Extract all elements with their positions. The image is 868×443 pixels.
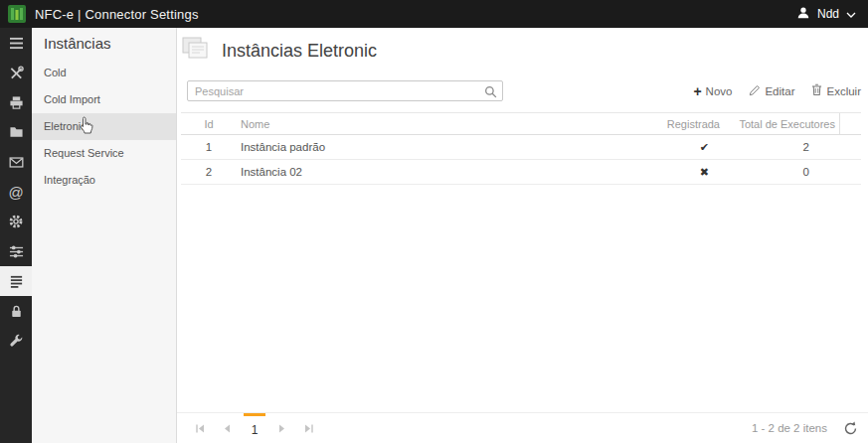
cell-total-executores: 2	[734, 141, 839, 153]
sliders-icon[interactable]	[0, 236, 32, 266]
user-name: Ndd	[817, 7, 839, 21]
prev-page-button[interactable]	[214, 413, 241, 443]
check-icon: ✔	[700, 141, 709, 154]
excluir-label: Excluir	[826, 85, 861, 97]
column-header-id[interactable]: Id	[181, 118, 237, 130]
column-header-spacer	[839, 113, 861, 134]
cell-spacer	[839, 160, 861, 184]
app-title: NFC-e | Connector Settings	[35, 7, 199, 22]
next-page-button[interactable]	[268, 413, 295, 443]
wrench-icon[interactable]	[0, 326, 32, 356]
user-menu[interactable]: Ndd	[796, 6, 856, 23]
editar-label: Editar	[765, 85, 794, 97]
page-number-1[interactable]: 1	[244, 413, 265, 443]
editar-button[interactable]: Editar	[749, 84, 794, 98]
menu-icon[interactable]	[0, 28, 32, 58]
app-logo-icon	[8, 5, 26, 23]
page-title: Instâncias Eletronic	[222, 41, 377, 62]
panel-title: Instâncias	[32, 28, 176, 60]
column-header-total-executores[interactable]: Total de Executores	[734, 118, 839, 130]
nav-item-cold[interactable]: Cold	[32, 60, 176, 86]
cell-total-executores: 0	[734, 166, 839, 178]
column-header-registrada[interactable]: Registrada	[634, 118, 734, 130]
folder-icon[interactable]	[0, 117, 32, 147]
main-content: Instâncias Eletronic + Novo	[177, 28, 868, 443]
printer-icon[interactable]	[0, 87, 32, 117]
cell-id: 1	[181, 141, 237, 153]
mail-icon[interactable]	[0, 147, 32, 177]
table-row[interactable]: 2 Instância 02 ✖ 0	[181, 160, 861, 185]
cell-id: 2	[181, 166, 237, 178]
icon-rail: @	[0, 28, 32, 443]
cell-nome: Instância padrão	[237, 141, 634, 153]
document-stack-icon	[181, 36, 211, 66]
nav-item-request-service[interactable]: Request Service	[32, 140, 176, 167]
cell-registrada: ✔	[634, 141, 734, 154]
instances-queue-icon[interactable]	[0, 266, 32, 296]
at-sign-icon[interactable]: @	[0, 177, 32, 207]
search-input[interactable]	[188, 82, 502, 101]
pencil-icon	[749, 84, 761, 98]
cell-nome: Instância 02	[237, 166, 634, 178]
lock-icon[interactable]	[0, 296, 32, 326]
grid-header-row: Id Nome Registrada Total de Executores	[181, 112, 861, 135]
instances-panel: Instâncias Cold Cold Import Eletronic Re…	[32, 28, 177, 443]
nav-item-integracao[interactable]: Integração	[32, 167, 176, 194]
instances-grid: Id Nome Registrada Total de Executores 1…	[181, 112, 861, 185]
plus-icon: +	[693, 84, 701, 98]
tools-icon[interactable]	[0, 58, 32, 87]
app-window: NFC-e | Connector Settings Ndd	[0, 0, 868, 443]
first-page-button[interactable]	[187, 413, 214, 443]
cross-icon: ✖	[700, 166, 709, 179]
refresh-icon[interactable]	[843, 421, 858, 436]
cell-spacer	[839, 135, 861, 159]
novo-label: Novo	[706, 85, 733, 97]
table-row[interactable]: 1 Instância padrão ✔ 2	[181, 135, 861, 160]
topbar: NFC-e | Connector Settings Ndd	[0, 0, 868, 28]
column-header-nome[interactable]: Nome	[237, 118, 634, 130]
page-header: Instâncias Eletronic	[177, 28, 868, 66]
toolbar-buttons: + Novo Editar	[693, 83, 861, 98]
gear-icon[interactable]	[0, 207, 32, 236]
last-page-button[interactable]	[295, 413, 322, 443]
excluir-button[interactable]: Excluir	[811, 83, 861, 98]
nav-item-eletronic[interactable]: Eletronic	[32, 113, 176, 140]
user-icon	[796, 6, 810, 23]
search-icon[interactable]	[484, 84, 497, 102]
nav-item-cold-import[interactable]: Cold Import	[32, 86, 176, 113]
grid-toolbar: + Novo Editar	[187, 80, 861, 101]
pager-right: 1 - 2 de 2 itens	[752, 413, 858, 443]
trash-icon	[811, 83, 822, 98]
pager-info: 1 - 2 de 2 itens	[752, 422, 827, 434]
search-box	[187, 80, 503, 101]
cell-registrada: ✖	[634, 166, 734, 179]
pager: 1 1 - 2 de 2 itens	[177, 412, 868, 443]
chevron-down-icon	[846, 7, 856, 21]
novo-button[interactable]: + Novo	[693, 84, 732, 98]
